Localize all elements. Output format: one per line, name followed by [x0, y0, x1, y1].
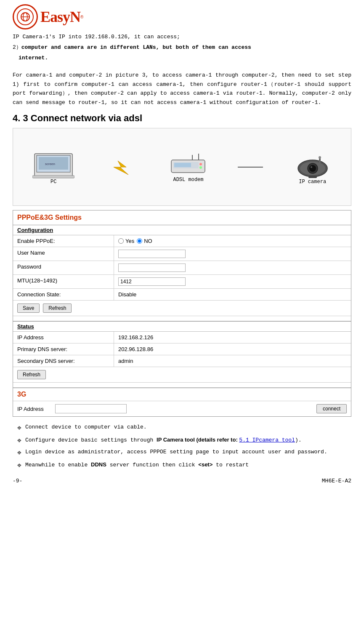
intro-line2-prefix: 2） — [13, 44, 21, 51]
bullet-4-content: Meanwhile to enable DDNS server function… — [25, 461, 351, 469]
refresh-row-2: Refresh — [13, 367, 351, 383]
footer-model: MH6E-E-A2 — [322, 478, 351, 484]
bullet-item-4: ❖ Meanwhile to enable DDNS server functi… — [17, 461, 351, 470]
bullet-4-text-after: server function then click — [106, 462, 198, 468]
intro-paragraph: For camera-1 and computer-2 in picture 3… — [13, 71, 351, 107]
logo-brand-text: EasyN — [40, 8, 80, 26]
threeg-ip-label: IP Address — [17, 406, 51, 412]
bullet-2-bold: IP Camera tool (details refer to: — [157, 437, 239, 443]
enable-pppoe-value: Yes NO — [114, 235, 351, 247]
intro-line2-bold2: internet. — [13, 54, 351, 63]
username-input[interactable] — [118, 250, 186, 258]
logo-icon — [20, 12, 30, 22]
modem-icon — [169, 152, 207, 177]
bullet-list: ❖ Connect device to computer via cable. … — [17, 423, 351, 469]
username-label: User Name — [13, 247, 114, 261]
threeg-ip-input[interactable] — [55, 404, 127, 413]
pc-icon: screen — [32, 149, 74, 179]
bullet-2-text-after: ). — [295, 437, 302, 443]
svg-marker-8 — [114, 161, 128, 175]
ip-camera-icon — [294, 149, 332, 179]
bullet-4-text-end: to restart — [213, 462, 249, 468]
bullet-3-text: Login device as administrator, access PP… — [25, 448, 351, 456]
primary-dns-value: 202.96.128.86 — [114, 343, 351, 355]
password-input[interactable] — [118, 264, 186, 272]
threeg-header: 3G — [13, 388, 351, 401]
diagram-pc-label: PC — [50, 179, 56, 185]
bullet-2-content: Configure device basic settings through … — [25, 436, 351, 445]
lightning-arrow — [105, 159, 139, 176]
intro-line2: 2）computer and camera are in different L… — [13, 43, 351, 52]
bullet-2-link[interactable]: 5.1 IPcamera tool — [239, 437, 295, 443]
username-row: User Name — [13, 247, 351, 261]
footer-page-number: -9- — [13, 478, 22, 484]
pppoe-panel-title: PPPoE&3G Settings — [13, 210, 351, 225]
diagram-modem: ADSL modem — [169, 152, 207, 183]
bullet-2-text-before: Configure device basic settings through — [25, 437, 157, 443]
primary-dns-text: 202.96.128.86 — [118, 346, 153, 352]
svg-rect-22 — [319, 158, 321, 168]
diagram-camera-label: IP camera — [299, 179, 326, 185]
radio-yes[interactable] — [118, 238, 124, 244]
bullet-3-diamond: ❖ — [17, 449, 22, 457]
secondary-dns-value: admin — [114, 355, 351, 367]
status-header: Status — [13, 322, 351, 332]
svg-point-11 — [199, 163, 202, 165]
bullet-item-3: ❖ Login device as administrator, access … — [17, 448, 351, 457]
diagram-pc: screen PC — [32, 149, 74, 185]
bullet-4-diamond: ❖ — [17, 461, 22, 470]
bullet-4-bold-ddns: DDNS — [91, 461, 106, 468]
logo-area: EasyN® — [13, 4, 351, 29]
ip-address-text: 192.168.2.126 — [118, 334, 153, 341]
password-row: Password — [13, 261, 351, 275]
footer: -9- MH6E-E-A2 — [13, 478, 351, 484]
connection-state-text: Disable — [118, 291, 136, 298]
radio-yes-label: Yes — [125, 238, 134, 244]
svg-rect-5 — [32, 176, 74, 178]
diagram-modem-label: ADSL modem — [173, 177, 203, 183]
connection-state-label: Connection State: — [13, 289, 114, 300]
diagram-camera: IP camera — [294, 149, 332, 185]
ip-address-label: IP Address — [13, 332, 114, 343]
section-heading-4-3: 4. 3 Connect network via adsl — [13, 113, 351, 124]
bullet-4-text-before: Meanwhile to enable — [25, 462, 91, 468]
refresh-button-1[interactable]: Refresh — [43, 304, 72, 313]
connect-button[interactable]: connect — [316, 404, 347, 413]
threeg-section: 3G IP Address connect — [13, 388, 351, 416]
save-button[interactable]: Save — [17, 304, 40, 313]
mtu-label: MTU(128~1492) — [13, 275, 114, 288]
bullet-4-bold-set: <set> — [198, 461, 213, 468]
enable-pppoe-label: Enable PPPoE: — [13, 235, 114, 247]
bullet-item-1: ❖ Connect device to computer via cable. — [17, 423, 351, 432]
radio-no-group: NO — [137, 238, 152, 244]
intro-line2-bold: computer and camera are in different LAN… — [21, 44, 251, 51]
username-value — [114, 247, 351, 261]
mtu-row: MTU(128~1492) — [13, 275, 351, 289]
connection-state-row: Connection State: Disable — [13, 289, 351, 301]
bullet-1-diamond: ❖ — [17, 424, 22, 432]
bullet-1-text: Connect device to computer via cable. — [25, 423, 351, 431]
bullet-2-diamond: ❖ — [17, 437, 22, 445]
logo-circle — [13, 4, 38, 29]
mtu-value — [114, 275, 351, 288]
threeg-ip-row: IP Address connect — [13, 401, 351, 416]
enable-pppoe-row: Enable PPPoE: Yes NO — [13, 235, 351, 247]
ip-address-value: 192.168.2.126 — [114, 332, 351, 343]
spacer-row-2 — [13, 383, 351, 388]
connection-state-value: Disable — [114, 289, 351, 300]
password-label: Password — [13, 261, 114, 274]
intro-line1: IP Camera-1's IP into 192.168.0.126, it … — [13, 33, 351, 42]
config-section-header: Configuration — [13, 225, 351, 235]
mtu-input[interactable] — [118, 277, 186, 286]
svg-rect-13 — [174, 163, 191, 167]
diagram-arrow-1 — [105, 159, 139, 176]
svg-text:screen: screen — [45, 162, 55, 166]
svg-point-21 — [311, 166, 312, 168]
radio-no[interactable] — [137, 238, 142, 244]
radio-yes-group: Yes — [118, 238, 134, 244]
refresh-button-2[interactable]: Refresh — [17, 370, 46, 379]
bullet-item-2: ❖ Configure device basic settings throug… — [17, 436, 351, 445]
svg-point-20 — [309, 165, 316, 172]
radio-no-label: NO — [144, 238, 152, 244]
svg-point-12 — [199, 166, 202, 169]
